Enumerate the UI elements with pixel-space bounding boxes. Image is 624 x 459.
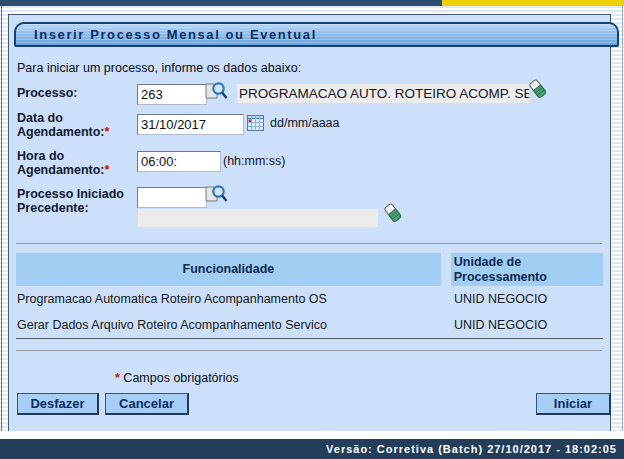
date-format-hint: dd/mm/aaaa: [270, 116, 339, 130]
required-asterisk: *: [115, 371, 120, 385]
required-note-text: Campos obrigatórios: [123, 371, 238, 385]
eraser-icon[interactable]: [382, 201, 404, 225]
data-agendamento-input[interactable]: [137, 114, 244, 135]
label-hora-agendamento: Hora do Agendamento:*: [17, 149, 137, 177]
required-asterisk: *: [105, 125, 110, 139]
page-title: Inserir Processo Mensal ou Eventual: [14, 22, 619, 47]
label-data-agendamento-text: Data do Agendamento:: [17, 111, 105, 139]
hora-agendamento-input[interactable]: [137, 151, 221, 172]
processo-precedente-input[interactable]: [137, 187, 207, 208]
label-processo-text: Processo:: [17, 86, 77, 100]
window-edge-left: [1, 6, 2, 439]
functionality-table: Funcionalidade Unidade de Processamento …: [16, 253, 603, 339]
label-processo-precedente: Processo Iniciado Precedente:: [17, 187, 137, 215]
intro-text: Para iniciar um processo, informe os dad…: [17, 61, 301, 75]
required-note: * Campos obrigatórios: [115, 371, 239, 385]
search-icon[interactable]: [205, 184, 228, 205]
footer-gap: [0, 431, 624, 439]
table-header-funcionalidade: Funcionalidade: [16, 253, 441, 286]
cell-funcionalidade: Gerar Dados Arquivo Roteiro Acompanhamen…: [16, 318, 441, 332]
label-hora-agendamento-text: Hora do Agendamento:: [17, 149, 105, 177]
version-bar: Versão: Corretiva (Batch) 27/10/2017 - 1…: [0, 439, 624, 459]
table-row: Programacao Automatica Roteiro Acompanha…: [16, 286, 603, 312]
label-processo: Processo:: [17, 86, 137, 100]
page: Inserir Processo Mensal ou Eventual Para…: [0, 0, 624, 459]
label-data-agendamento: Data do Agendamento:*: [17, 111, 137, 139]
window-edge-right: [622, 6, 623, 439]
main-panel: Inserir Processo Mensal ou Eventual Para…: [8, 14, 611, 433]
table-row: Gerar Dados Arquivo Roteiro Acompanhamen…: [16, 312, 603, 338]
cancelar-button[interactable]: Cancelar: [105, 393, 189, 415]
divider: [16, 350, 602, 351]
table-header-row: Funcionalidade Unidade de Processamento: [16, 253, 603, 286]
iniciar-button[interactable]: Iniciar: [536, 393, 611, 415]
search-icon[interactable]: [205, 81, 228, 102]
required-asterisk: *: [105, 163, 110, 177]
time-format-hint: (hh:mm:ss): [223, 154, 286, 168]
processo-name-display: PROGRAMACAO AUTO. ROTEIRO ACOMP. SE: [237, 84, 529, 103]
cell-funcionalidade: Programacao Automatica Roteiro Acompanha…: [16, 292, 441, 306]
desfazer-button[interactable]: Desfazer: [17, 393, 99, 415]
cell-unidade: UNID NEGOCIO: [451, 318, 603, 332]
calendar-icon[interactable]: [247, 115, 264, 131]
table-header-unidade: Unidade de Processamento: [451, 253, 603, 286]
cell-unidade: UNID NEGOCIO: [451, 292, 603, 306]
processo-input[interactable]: [137, 84, 207, 105]
label-processo-precedente-text: Processo Iniciado Precedente:: [17, 187, 124, 215]
top-accent-bar-yellow: [442, 0, 624, 6]
top-accent-bar: [0, 0, 442, 6]
eraser-icon[interactable]: [527, 77, 549, 101]
divider: [16, 243, 602, 244]
processo-precedente-display: [138, 209, 378, 227]
